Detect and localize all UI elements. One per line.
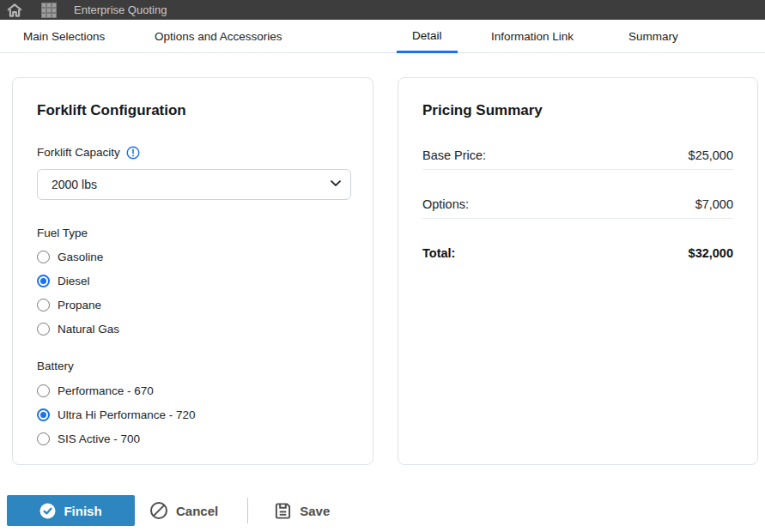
floppy-save-icon xyxy=(274,502,292,520)
radio-battery-performance-670[interactable]: Performance - 670 xyxy=(37,378,349,402)
forklift-capacity-label: Forklift Capacity xyxy=(37,145,120,160)
radio-icon-selected[interactable] xyxy=(37,408,50,421)
home-icon[interactable] xyxy=(0,0,29,20)
app-header: Enterprise Quoting xyxy=(0,0,765,20)
fuel-type-group-label: Fuel Type xyxy=(37,226,349,241)
radio-icon[interactable] xyxy=(37,323,50,336)
radio-label: Performance - 670 xyxy=(58,384,154,397)
radio-label: SIS Active - 700 xyxy=(58,432,140,445)
tab-main-selections[interactable]: Main Selections xyxy=(8,20,120,53)
pricing-value: $25,000 xyxy=(689,147,733,164)
radio-label: Ultra Hi Performance - 720 xyxy=(58,408,196,421)
save-button[interactable]: Save xyxy=(274,502,330,520)
tab-summary[interactable]: Summary xyxy=(613,20,694,53)
apps-grid-icon[interactable] xyxy=(34,0,64,20)
radio-label: Diesel xyxy=(58,275,90,287)
tab-label: Main Selections xyxy=(23,30,105,43)
pricing-label: Options: xyxy=(422,196,469,213)
tab-information-link[interactable]: Information Link xyxy=(476,20,589,53)
fuel-type-radio-group: Gasoline Diesel Propane Natural Gas xyxy=(37,245,349,341)
info-circle-icon[interactable] xyxy=(126,146,140,160)
tab-detail[interactable]: Detail xyxy=(397,20,458,53)
radio-label: Gasoline xyxy=(58,251,103,263)
save-label: Save xyxy=(300,504,330,518)
finish-label: Finish xyxy=(64,504,101,518)
radio-fuel-gasoline[interactable]: Gasoline xyxy=(37,245,349,269)
pricing-summary-card: Pricing Summary Base Price: $25,000 Opti… xyxy=(398,77,758,465)
battery-radio-group: Performance - 670 Ultra Hi Performance -… xyxy=(37,378,349,450)
footer-actions: Finish Cancel Save xyxy=(7,495,330,526)
pricing-row-total: Total: $32,000 xyxy=(422,219,733,267)
cancel-button[interactable]: Cancel xyxy=(149,501,218,520)
app-title: Enterprise Quoting xyxy=(74,3,167,16)
tab-label: Options and Accessories xyxy=(155,30,282,43)
pricing-row-base-price: Base Price: $25,000 xyxy=(422,121,733,170)
forklift-configuration-card: Forklift Configuration Forklift Capacity… xyxy=(12,77,373,465)
page: Enterprise Quoting Main Selections Optio… xyxy=(0,0,765,532)
pricing-label: Base Price: xyxy=(422,147,486,164)
radio-label: Propane xyxy=(58,299,101,311)
ban-circle-icon xyxy=(149,501,168,520)
card-title: Pricing Summary xyxy=(422,100,733,121)
finish-button[interactable]: Finish xyxy=(7,495,135,526)
tab-label: Summary xyxy=(628,30,678,43)
footer-divider xyxy=(247,498,248,523)
tab-options-and-accessories[interactable]: Options and Accessories xyxy=(139,20,298,53)
radio-fuel-propane[interactable]: Propane xyxy=(37,293,349,317)
pricing-label: Total: xyxy=(422,245,455,262)
tab-strip: Main Selections Options and Accessories … xyxy=(0,20,765,53)
radio-fuel-natural-gas[interactable]: Natural Gas xyxy=(37,317,349,341)
radio-battery-sis-active-700[interactable]: SIS Active - 700 xyxy=(37,426,349,450)
pricing-value: $7,000 xyxy=(695,196,733,213)
radio-icon[interactable] xyxy=(37,251,50,263)
radio-icon[interactable] xyxy=(37,384,50,397)
forklift-capacity-select[interactable]: 2000 lbs xyxy=(37,169,351,200)
radio-icon[interactable] xyxy=(37,432,50,445)
radio-battery-ultra-hi-performance-720[interactable]: Ultra Hi Performance - 720 xyxy=(37,402,349,426)
tab-label: Information Link xyxy=(491,30,574,43)
pricing-value: $32,000 xyxy=(689,245,733,262)
check-circle-icon xyxy=(39,503,56,519)
battery-group-label: Battery xyxy=(37,359,349,374)
radio-icon-selected[interactable] xyxy=(37,275,50,287)
pricing-row-options: Options: $7,000 xyxy=(422,170,733,219)
radio-label: Natural Gas xyxy=(58,323,119,336)
card-title: Forklift Configuration xyxy=(37,100,349,121)
tab-label: Detail xyxy=(412,29,442,42)
cancel-label: Cancel xyxy=(176,504,218,518)
radio-icon[interactable] xyxy=(37,299,50,311)
radio-fuel-diesel[interactable]: Diesel xyxy=(37,269,349,293)
